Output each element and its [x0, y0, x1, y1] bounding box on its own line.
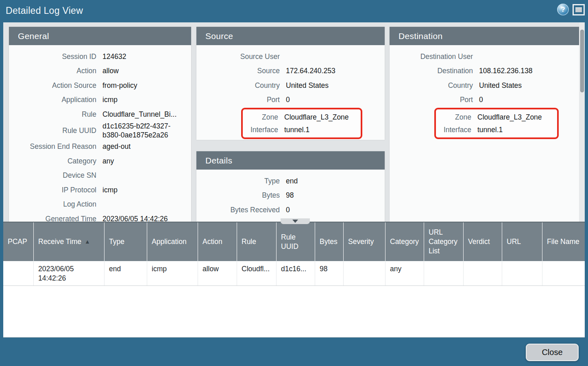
source-panel: Source Source User Source172.64.240.253 … — [196, 27, 385, 140]
field-value: United States — [479, 81, 522, 90]
column-label: Bytes — [320, 237, 338, 246]
field-value: tunnel.1 — [284, 125, 309, 134]
field-label: Zone — [243, 113, 278, 122]
source-zone-interface-highlight: ZoneCloudflare_L3_Zone Interfacetunnel.1 — [241, 108, 362, 139]
column-label: Receive Time — [38, 237, 81, 246]
field-label: Rule — [9, 110, 96, 119]
field-label: Session ID — [9, 52, 96, 61]
dialog-title: Detailed Log View — [6, 5, 83, 16]
general-panel: General Session ID124632 Actionallow Act… — [9, 27, 191, 222]
field-row-source-zone: ZoneCloudflare_L3_Zone — [243, 111, 361, 123]
column-header-severity[interactable]: Severity — [344, 222, 385, 261]
column-header-application[interactable]: Application — [147, 222, 198, 261]
collapse-arrow-icon — [292, 220, 298, 223]
column-header-url[interactable]: URL — [502, 222, 542, 261]
log-table-empty-area — [3, 286, 585, 338]
source-panel-header: Source — [196, 27, 385, 45]
column-header-rule[interactable]: Rule — [237, 222, 277, 261]
log-table: PCAP Receive Time▲ Type Application Acti… — [3, 222, 585, 338]
field-label: Country — [196, 81, 280, 90]
column-header-category[interactable]: Category — [385, 222, 424, 261]
field-label: Session End Reason — [9, 142, 96, 151]
cell-type: end — [105, 261, 147, 285]
log-detail-area: General Session ID124632 Actionallow Act… — [3, 22, 585, 222]
cell-url — [502, 261, 542, 285]
destination-panel: Destination Destination User Destination… — [390, 27, 579, 222]
field-label: Generated Time — [9, 214, 96, 222]
column-header-action[interactable]: Action — [198, 222, 237, 261]
field-row-rule-uuid: Rule UUIDd1c16235-b2f2-4327-b380-0ae1875… — [9, 122, 191, 139]
vertical-scrollbar — [579, 22, 585, 222]
column-label: Type — [109, 237, 124, 246]
field-row-source-port: Port0 — [196, 93, 385, 107]
column-label: Rule UUID — [281, 233, 315, 251]
field-value: end — [286, 176, 298, 185]
field-value: 98 — [286, 191, 294, 200]
field-row-generated-time: Generated Time2023/06/05 14:42:26 — [9, 211, 191, 222]
column-label: Severity — [348, 237, 374, 246]
field-label: Action Source — [9, 81, 96, 90]
column-header-verdict[interactable]: Verdict — [464, 222, 502, 261]
field-label: Destination User — [390, 52, 473, 61]
details-fields: Typeend Bytes98 Bytes Received0 — [196, 170, 385, 217]
field-label: Action — [9, 66, 96, 75]
column-label: Rule — [242, 237, 256, 246]
field-label: Interface — [436, 125, 471, 134]
field-label: Zone — [436, 113, 471, 122]
field-label: Device SN — [9, 171, 96, 180]
field-row-action-source: Action Sourcefrom-policy — [9, 78, 191, 93]
dialog-titlebar: Detailed Log View ? — [0, 0, 588, 22]
column-header-pcap[interactable]: PCAP — [3, 222, 34, 261]
field-row-destination: Destination108.162.236.138 — [390, 64, 579, 78]
field-row-source-user: Source User — [196, 49, 385, 64]
column-label: URL Category List — [429, 228, 463, 256]
scrollbar-thumb[interactable] — [580, 30, 584, 92]
cell-bytes: 98 — [315, 261, 344, 285]
column-header-url-category-list[interactable]: URL Category List — [424, 222, 464, 261]
field-row-rule: RuleCloudflare_Tunnel_Bi... — [9, 107, 191, 122]
column-label: Category — [390, 237, 419, 246]
field-row-bytes-received: Bytes Received0 — [196, 203, 385, 217]
log-table-row[interactable]: 2023/06/05 14:42:26 end icmp allow Cloud… — [3, 261, 585, 286]
field-value: icmp — [102, 185, 118, 194]
field-label: Type — [196, 176, 280, 185]
column-header-bytes[interactable]: Bytes — [315, 222, 344, 261]
field-row-bytes: Bytes98 — [196, 188, 385, 203]
help-icon[interactable]: ? — [557, 4, 569, 15]
column-header-file-name[interactable]: File Name — [542, 222, 585, 261]
field-row-destination-zone: ZoneCloudflare_L3_Zone — [436, 111, 557, 123]
general-fields: Session ID124632 Actionallow Action Sour… — [9, 45, 191, 222]
destination-fields: Destination User Destination108.162.236.… — [390, 45, 579, 139]
sort-ascending-icon: ▲ — [85, 237, 90, 246]
field-label: Port — [390, 95, 473, 104]
cell-rule: Cloudfl... — [237, 261, 277, 285]
field-row-device-sn: Device SN — [9, 168, 191, 183]
column-label: Action — [203, 237, 222, 246]
field-row-action: Actionallow — [9, 64, 191, 78]
cell-url-category-list — [424, 261, 464, 285]
field-value: 0 — [479, 95, 483, 104]
maximize-icon[interactable] — [573, 4, 585, 15]
field-row-category: Categoryany — [9, 154, 191, 168]
field-value: 172.64.240.253 — [286, 66, 335, 75]
field-row-session-end-reason: Session End Reasonaged-out — [9, 139, 191, 154]
field-value: 124632 — [102, 52, 126, 61]
field-row-log-action: Log Action — [9, 197, 191, 212]
column-header-rule-uuid[interactable]: Rule UUID — [277, 222, 315, 261]
field-value: 2023/06/05 14:42:26 — [102, 214, 168, 222]
field-label: Rule UUID — [9, 126, 96, 135]
field-row-destination-interface: Interfacetunnel.1 — [436, 123, 557, 136]
splitter-handle[interactable] — [281, 218, 310, 224]
field-label: IP Protocol — [9, 185, 96, 194]
close-button[interactable]: Close — [526, 344, 579, 361]
field-label: Source User — [196, 52, 280, 61]
field-row-destination-country: CountryUnited States — [390, 78, 579, 93]
field-row-source-country: CountryUnited States — [196, 78, 385, 93]
field-value: United States — [286, 81, 329, 90]
field-label: Bytes — [196, 191, 280, 200]
column-header-receive-time[interactable]: Receive Time▲ — [34, 222, 105, 261]
field-label: Application — [9, 95, 96, 104]
field-value: allow — [102, 66, 119, 75]
column-header-type[interactable]: Type — [105, 222, 147, 261]
field-value: 0 — [286, 95, 290, 104]
